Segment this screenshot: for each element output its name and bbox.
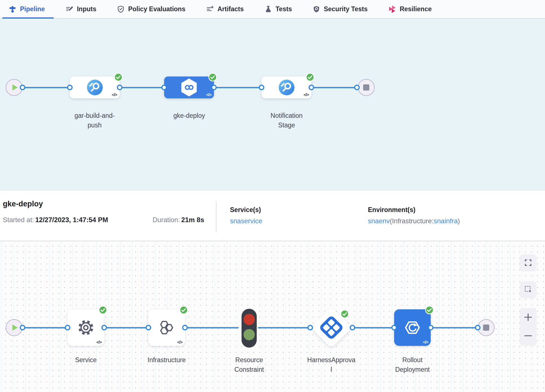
step-label: Service xyxy=(75,355,97,365)
yaml-code-toggle[interactable]: </> xyxy=(177,340,182,344)
connector-port xyxy=(146,325,151,330)
environments-header: Environment(s) xyxy=(368,206,460,214)
tab-label: Artifacts xyxy=(217,5,244,13)
step-card-service[interactable]: </> xyxy=(68,309,104,346)
divider xyxy=(216,201,216,232)
yaml-code-toggle[interactable]: </> xyxy=(206,92,211,97)
connector-port xyxy=(391,325,397,330)
services-header: Service(s) xyxy=(230,206,262,214)
stage-card-notification-stage[interactable]: </> xyxy=(262,76,311,98)
tab-resilience[interactable]: Resilience xyxy=(388,0,432,18)
connector-port xyxy=(309,85,314,90)
stage-card-gke-deploy[interactable]: </> xyxy=(164,76,214,98)
ci-stage-icon xyxy=(87,79,103,96)
started-at-label: Started at: xyxy=(3,216,34,224)
inputs-icon xyxy=(66,5,73,13)
connector-port xyxy=(475,325,481,330)
duration-label: Duration: xyxy=(153,216,180,224)
end-node xyxy=(358,79,375,96)
step-graph-canvas[interactable]: </> </> xyxy=(0,241,545,392)
yaml-code-toggle[interactable]: </> xyxy=(96,340,102,344)
step-card-rollout-deployment[interactable]: </> xyxy=(394,309,431,346)
stop-icon xyxy=(363,84,369,91)
success-badge-icon xyxy=(114,73,123,82)
success-badge-icon xyxy=(425,306,434,314)
selected-stage-title: gke-deploy xyxy=(3,200,43,208)
connector-port xyxy=(65,325,70,330)
duration-value: 21m 8s xyxy=(181,216,204,224)
connector-port xyxy=(117,85,122,90)
zoom-out-icon[interactable] xyxy=(524,331,533,340)
connector-port xyxy=(354,85,360,90)
started-at-value: 12/27/2023, 1:47:54 PM xyxy=(35,216,108,224)
tab-security-tests[interactable]: Security Tests xyxy=(313,0,368,18)
connector-line xyxy=(23,327,239,328)
tab-tests[interactable]: Tests xyxy=(265,0,292,18)
tab-label: Policy Evaluations xyxy=(128,5,185,13)
success-badge-icon xyxy=(99,306,107,314)
custom-stage-icon xyxy=(278,79,295,96)
traffic-red-light xyxy=(244,314,255,325)
step-harness-approval xyxy=(311,307,352,348)
tab-label: Tests xyxy=(276,5,292,13)
connector-port xyxy=(20,325,25,330)
connector-port xyxy=(67,85,73,90)
tab-bar: Pipeline Inputs Policy Evaluations xyxy=(0,0,545,19)
tab-inputs[interactable]: Inputs xyxy=(66,0,96,18)
started-at: Started at: 12/27/2023, 1:47:54 PM xyxy=(3,216,108,224)
stage-card-gar-build-and-push[interactable]: </> xyxy=(70,76,120,98)
resilience-pinwheel-icon xyxy=(388,5,396,13)
environment-link[interactable]: snaenv xyxy=(368,217,390,225)
marquee-select-icon xyxy=(524,285,532,293)
step-label: HarnessApproval xyxy=(307,355,356,374)
policy-shield-check-icon xyxy=(117,5,124,13)
connector-port xyxy=(161,85,167,90)
stage-label: Notification Stage xyxy=(265,111,308,130)
connector-port xyxy=(350,325,355,330)
step-label: Rollout Deployment xyxy=(390,355,435,374)
success-badge-icon xyxy=(340,310,349,318)
traffic-green-light xyxy=(244,329,255,340)
yaml-code-toggle[interactable]: </> xyxy=(303,92,309,97)
play-icon xyxy=(12,325,18,331)
services-block: Service(s) snaservice xyxy=(230,206,262,225)
success-badge-icon xyxy=(306,73,314,82)
step-card-infrastructure[interactable]: </> xyxy=(148,309,185,346)
tab-artifacts[interactable]: Artifacts xyxy=(206,0,244,18)
step-label: Resource Constraint xyxy=(229,355,270,374)
step-label: Infrastructure xyxy=(148,355,186,365)
zoom-in-icon[interactable] xyxy=(524,313,533,322)
zoom-controls xyxy=(520,308,536,345)
tab-policy-evaluations[interactable]: Policy Evaluations xyxy=(117,0,185,18)
stop-icon xyxy=(483,325,489,331)
play-icon xyxy=(12,84,18,91)
fullscreen-icon xyxy=(524,259,532,267)
infrastructure-link[interactable]: snainfra xyxy=(434,217,457,225)
service-link[interactable]: snaservice xyxy=(230,217,262,225)
flask-icon xyxy=(265,5,272,13)
fullscreen-button[interactable] xyxy=(520,254,536,271)
stage-graph-canvas[interactable]: </> </> xyxy=(0,19,545,191)
connector-port xyxy=(307,325,313,330)
tab-pipeline[interactable]: Pipeline xyxy=(8,0,45,18)
marquee-select-button[interactable] xyxy=(520,281,536,298)
cd-stage-icon xyxy=(181,78,197,96)
connector-port xyxy=(20,85,25,90)
tab-label: Pipeline xyxy=(20,5,45,13)
connector-port xyxy=(428,325,434,330)
step-resource-constraint traffic-light-icon[interactable] xyxy=(242,309,257,348)
pipeline-icon xyxy=(8,5,16,13)
yaml-code-toggle[interactable]: </> xyxy=(112,92,117,97)
infrastructure-prefix: (Infrastructure: xyxy=(390,217,434,225)
stage-label: gke-deploy xyxy=(173,111,205,120)
success-badge-icon xyxy=(208,73,217,82)
connector-port xyxy=(259,85,264,90)
yaml-code-toggle[interactable]: </> xyxy=(423,340,428,344)
environments-block: Environment(s) snaenv(Infrastructure:sna… xyxy=(368,206,460,225)
approval-diamond-icon xyxy=(319,315,344,341)
gear-icon xyxy=(78,319,94,336)
connector-port xyxy=(211,85,217,90)
execution-summary-bar: gke-deploy Started at: 12/27/2023, 1:47:… xyxy=(0,191,545,241)
security-shield-icon xyxy=(313,5,320,13)
connector-line xyxy=(258,327,478,328)
